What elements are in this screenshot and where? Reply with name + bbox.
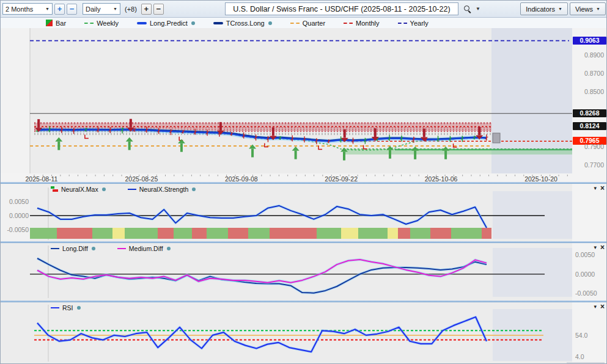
- long-diff-swatch-icon: [51, 248, 59, 250]
- info-dot-icon[interactable]: [167, 247, 171, 250]
- collapse-panel-icon[interactable]: ▾: [594, 244, 597, 250]
- long-predict-swatch-icon: [137, 22, 147, 24]
- close-panel-icon[interactable]: ×: [600, 244, 605, 251]
- legend-item-bar[interactable]: Bar: [46, 20, 66, 27]
- neural-index-strip-segment: [30, 228, 57, 239]
- info-dot-icon[interactable]: [191, 21, 195, 25]
- legend-item-tcross-long[interactable]: TCross.Long: [213, 20, 272, 27]
- zoom-in-button[interactable]: +: [54, 4, 65, 15]
- diff-legend: Long.DiffMedium.Diff: [51, 245, 171, 252]
- neural-index-strip-segment: [92, 228, 112, 239]
- neuralx-strength-line: [37, 206, 487, 228]
- legend-item-long-diff[interactable]: Long.Diff: [51, 245, 95, 252]
- info-dot-icon[interactable]: [92, 247, 95, 250]
- neural-index-strip-segment: [398, 228, 410, 239]
- price-badge-0.8268: 0.8268: [573, 109, 606, 117]
- price-axis-label: 0.7700: [573, 161, 606, 169]
- main-chart-legend: BarWeeklyLong.PredictTCross.LongQuarterM…: [1, 18, 607, 28]
- price-badge-0.9063: 0.9063: [573, 37, 606, 45]
- info-dot-icon[interactable]: [77, 306, 81, 310]
- toolbar: 2 Months ▼ + − Daily ▼ (+8) + − U.S. Dol…: [1, 1, 607, 18]
- close-panel-icon[interactable]: ×: [600, 184, 605, 192]
- info-dot-icon[interactable]: [192, 187, 196, 191]
- zoom-out-button[interactable]: −: [67, 4, 77, 15]
- axis-tick-label: -0.0050: [575, 289, 606, 297]
- price-axis-label: 0.8500: [573, 88, 606, 96]
- bar-swatch-icon: [46, 20, 53, 26]
- legend-item-weekly[interactable]: Weekly: [84, 20, 119, 27]
- legend-item-label: Quarter: [303, 20, 325, 27]
- legend-item-label: NeuralX.Max: [61, 186, 98, 193]
- legend-item-label: Long.Diff: [62, 245, 88, 252]
- minus-icon: −: [70, 5, 75, 13]
- chart-title: U.S. Dollar / Swiss Franc - USD/CHF (202…: [233, 5, 450, 13]
- chevron-down-icon: ▼: [558, 7, 562, 11]
- yearly-swatch-icon: [398, 23, 407, 24]
- collapse-panel-icon[interactable]: ▾: [594, 185, 597, 191]
- interval-select[interactable]: Daily ▼: [83, 3, 120, 15]
- rsi-legend: RSI: [51, 304, 81, 311]
- panel-rsi: RSI ▾ × 54.04.0: [1, 302, 607, 364]
- neural-index-strip-segment: [207, 228, 228, 239]
- neural-index-strip-segment: [228, 228, 248, 239]
- indicators-button[interactable]: Indicators ▼: [520, 2, 568, 15]
- axis-tick-label: 4.0: [575, 353, 606, 360]
- axis-tick-label: 0.0050: [6, 198, 29, 205]
- info-dot-icon[interactable]: [268, 21, 272, 25]
- neural-index-strip-segment: [388, 228, 398, 239]
- rsi-swatch-icon: [51, 307, 59, 309]
- neural-index-strip-segment: [341, 228, 358, 239]
- neural-index-strip-segment: [410, 228, 430, 239]
- legend-item-label: TCross.Long: [226, 20, 265, 27]
- rsi-chart-canvas: [1, 302, 607, 364]
- x-axis-date-label: 2025-08-25: [125, 175, 158, 183]
- bar-add-button[interactable]: +: [141, 4, 152, 15]
- up-arrow-icon: [126, 137, 133, 142]
- weekly-swatch-icon: [84, 23, 94, 24]
- up-arrow-icon: [292, 147, 300, 151]
- legend-item-label: Medium.Diff: [129, 245, 163, 252]
- price-chart-canvas: 2025-08-112025-08-252025-09-082025-09-22…: [1, 28, 607, 183]
- axis-tick-label: 54.0: [575, 332, 606, 339]
- legend-item-medium-diff[interactable]: Medium.Diff: [117, 245, 171, 252]
- legend-item-label: Bar: [56, 20, 66, 27]
- legend-item-yearly[interactable]: Yearly: [398, 20, 429, 27]
- minus-icon: −: [156, 5, 161, 13]
- price-axis-label: 0.7900: [573, 143, 606, 151]
- period-select[interactable]: 2 Months ▼: [2, 3, 53, 15]
- neural-index-strip-segment: [451, 228, 482, 239]
- legend-item-label: NeuralX.Strength: [139, 186, 189, 193]
- legend-item-label: Weekly: [97, 20, 119, 27]
- legend-item-label: Monthly: [356, 20, 380, 27]
- info-dot-icon[interactable]: [102, 187, 106, 191]
- interval-select-value: Daily: [86, 5, 100, 13]
- neuralx-max-swatch-icon: [51, 186, 58, 192]
- axis-tick-label: 0.0000: [575, 271, 606, 278]
- tcross-long-swatch-icon: [213, 22, 223, 24]
- legend-item-neuralx-max[interactable]: NeuralX.Max: [51, 186, 106, 193]
- x-axis-date-label: 2025-09-22: [325, 175, 358, 183]
- legend-item-long-predict[interactable]: Long.Predict: [137, 20, 195, 27]
- bar-remove-button[interactable]: −: [153, 4, 164, 15]
- buy-arrows: [55, 137, 449, 161]
- legend-item-label: RSI: [62, 304, 73, 311]
- chevron-down-icon[interactable]: ▼: [476, 6, 480, 12]
- neural-index-strip-segment: [430, 228, 451, 239]
- views-button-label: Views: [575, 5, 593, 13]
- x-axis-date-label: 2025-09-08: [225, 175, 258, 183]
- chevron-down-icon: ▼: [45, 7, 50, 11]
- indicators-button-label: Indicators: [526, 5, 555, 13]
- legend-item-quarter[interactable]: Quarter: [290, 20, 325, 27]
- quarter-swatch-icon: [290, 23, 300, 24]
- plus-icon: +: [144, 5, 149, 13]
- rsi-line: [37, 317, 487, 352]
- price-badge-0.8124: 0.8124: [573, 122, 606, 130]
- legend-item-monthly[interactable]: Monthly: [344, 20, 380, 27]
- collapse-panel-icon[interactable]: ▾: [594, 304, 597, 310]
- close-panel-icon[interactable]: ×: [600, 303, 605, 310]
- legend-item-neuralx-strength[interactable]: NeuralX.Strength: [128, 186, 196, 193]
- symbol-search-input[interactable]: U.S. Dollar / Swiss Franc - USD/CHF (202…: [225, 2, 458, 15]
- search-icon[interactable]: [463, 5, 472, 13]
- legend-item-rsi[interactable]: RSI: [51, 304, 81, 311]
- views-button[interactable]: Views ▼: [570, 2, 606, 15]
